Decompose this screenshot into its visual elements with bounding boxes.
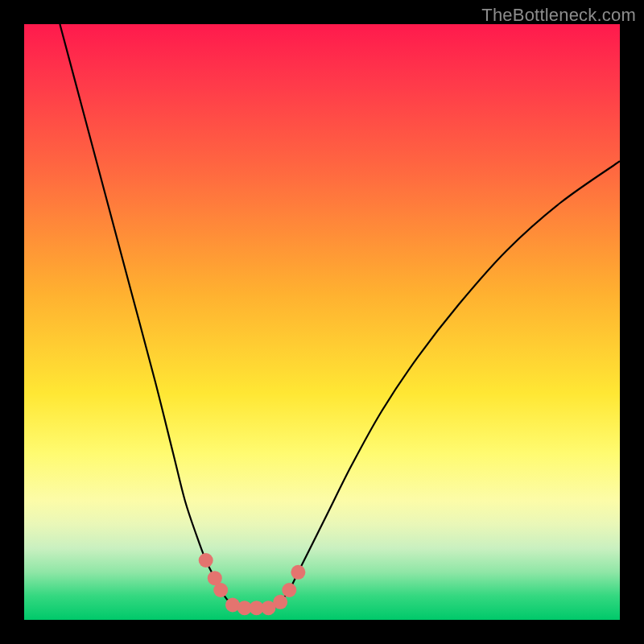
curve-right-curve [275,161,620,608]
marker-dot [291,565,305,580]
marker-dot [282,583,296,597]
marker-dot [199,553,213,568]
marker-dot [273,595,287,609]
marker-dot [213,583,228,597]
curve-left-curve [60,24,238,608]
chart-svg [24,24,620,620]
curve-group [60,24,620,608]
watermark-text: TheBottleneck.com [481,5,636,26]
chart-area [24,24,620,620]
marker-group [199,553,306,615]
